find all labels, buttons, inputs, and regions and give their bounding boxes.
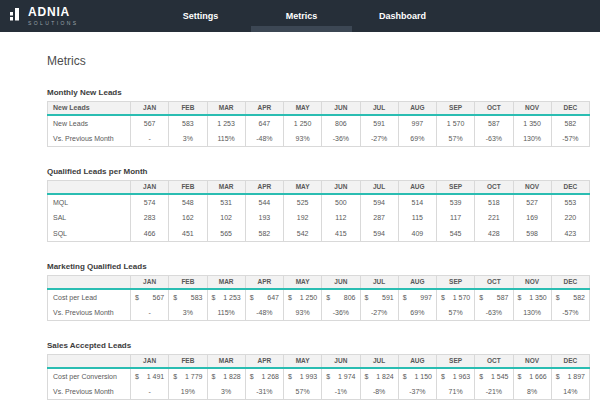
row-label-cell: SAL xyxy=(48,210,131,226)
data-cell: 102 xyxy=(207,210,245,226)
month-header-cell: APR xyxy=(245,276,283,289)
data-cell: 539 xyxy=(437,194,475,210)
tab-settings[interactable]: Settings xyxy=(150,0,251,32)
currency-value: 1 897 xyxy=(567,373,585,380)
row-label-cell: Vs. Previous Month xyxy=(48,131,131,147)
data-cell: 582 xyxy=(551,115,589,131)
data-cell: $1 491 xyxy=(131,368,169,384)
month-header-cell: FEB xyxy=(169,355,207,368)
data-cell: - xyxy=(131,131,169,147)
month-header-cell: FEB xyxy=(169,276,207,289)
data-cell: $1 779 xyxy=(169,368,207,384)
currency-value: 1 570 xyxy=(453,294,471,301)
content-area: Metrics Monthly New Leads New LeadsJANFE… xyxy=(0,54,600,400)
currency-symbol: $ xyxy=(212,294,216,301)
data-cell: 583 xyxy=(169,115,207,131)
data-cell: 518 xyxy=(475,194,513,210)
currency-value: 1 491 xyxy=(147,373,165,380)
data-cell: -36% xyxy=(322,131,360,147)
data-cell: 587 xyxy=(475,115,513,131)
data-cell: $806 xyxy=(322,289,360,305)
month-header-cell: FEB xyxy=(169,181,207,194)
data-cell: 283 xyxy=(131,210,169,226)
month-header-cell: JUN xyxy=(322,355,360,368)
month-header-cell: MAY xyxy=(284,276,322,289)
data-cell: 130% xyxy=(513,305,551,321)
table-row: Cost per Lead$567$583$1 253$647$1 250$80… xyxy=(48,289,590,305)
month-header-cell: MAR xyxy=(207,355,245,368)
currency-symbol: $ xyxy=(288,294,292,301)
data-cell: -57% xyxy=(551,305,589,321)
sales-accepted-leads-table: JANFEBMARAPRMAYJUNJULAUGSEPOCTNOVDEC Cos… xyxy=(47,354,590,400)
data-cell: 565 xyxy=(207,226,245,242)
data-cell: $587 xyxy=(475,289,513,305)
currency-symbol: $ xyxy=(365,294,369,301)
qualified-leads-table: JANFEBMARAPRMAYJUNJULAUGSEPOCTNOVDEC MQL… xyxy=(47,180,590,242)
data-cell: $997 xyxy=(398,289,436,305)
tab-dashboard-label: Dashboard xyxy=(379,11,426,21)
data-cell: 71% xyxy=(437,384,475,400)
month-header-cell: DEC xyxy=(551,276,589,289)
data-cell: 3% xyxy=(169,305,207,321)
data-cell: 545 xyxy=(437,226,475,242)
data-cell: $1 828 xyxy=(207,368,245,384)
data-cell: $1 897 xyxy=(551,368,589,384)
data-cell: 514 xyxy=(398,194,436,210)
data-cell: $582 xyxy=(551,289,589,305)
table-corner-cell xyxy=(48,355,131,368)
data-cell: 1 350 xyxy=(513,115,551,131)
data-cell: 221 xyxy=(475,210,513,226)
brand-name: ADNIA xyxy=(28,6,79,18)
data-cell: -37% xyxy=(398,384,436,400)
data-cell: 598 xyxy=(513,226,551,242)
data-cell: -36% xyxy=(322,305,360,321)
data-cell: $1 570 xyxy=(437,289,475,305)
currency-value: 997 xyxy=(420,294,432,301)
data-cell: $567 xyxy=(131,289,169,305)
currency-symbol: $ xyxy=(365,373,369,380)
data-cell: 1 570 xyxy=(437,115,475,131)
currency-value: 1 963 xyxy=(453,373,471,380)
data-cell: 1 250 xyxy=(284,115,322,131)
month-header-cell: SEP xyxy=(437,102,475,115)
currency-symbol: $ xyxy=(518,294,522,301)
month-header-cell: SEP xyxy=(437,276,475,289)
month-header-cell: OCT xyxy=(475,355,513,368)
currency-symbol: $ xyxy=(288,373,292,380)
data-cell: 500 xyxy=(322,194,360,210)
currency-symbol: $ xyxy=(326,294,330,301)
nav-tabs: Settings Metrics Dashboard xyxy=(150,0,453,32)
table-corner-cell xyxy=(48,276,131,289)
data-cell: 115% xyxy=(207,131,245,147)
data-cell: 14% xyxy=(551,384,589,400)
table-header-row: JANFEBMARAPRMAYJUNJULAUGSEPOCTNOVDEC xyxy=(48,181,590,194)
month-header-cell: APR xyxy=(245,181,283,194)
row-label-cell: Cost per Conversion xyxy=(48,368,131,384)
month-header-cell: OCT xyxy=(475,102,513,115)
currency-symbol: $ xyxy=(135,294,139,301)
month-header-cell: JUN xyxy=(322,102,360,115)
month-header-cell: JAN xyxy=(131,276,169,289)
month-header-cell: MAY xyxy=(284,102,322,115)
data-cell: 567 xyxy=(131,115,169,131)
data-cell: $583 xyxy=(169,289,207,305)
month-header-cell: JUL xyxy=(360,181,398,194)
bar-chart-icon xyxy=(9,6,23,26)
table-row: New Leads5675831 2536471 2508065919971 5… xyxy=(48,115,590,131)
data-cell: 57% xyxy=(284,384,322,400)
month-header-cell: AUG xyxy=(398,276,436,289)
data-cell: $1 350 xyxy=(513,289,551,305)
active-tab-indicator xyxy=(251,26,352,32)
tab-metrics[interactable]: Metrics xyxy=(251,0,352,32)
currency-symbol: $ xyxy=(556,373,560,380)
currency-value: 806 xyxy=(344,294,356,301)
currency-symbol: $ xyxy=(326,373,330,380)
month-header-cell: JUL xyxy=(360,355,398,368)
data-cell: 93% xyxy=(284,305,322,321)
tab-dashboard[interactable]: Dashboard xyxy=(352,0,453,32)
month-header-cell: APR xyxy=(245,355,283,368)
data-cell: 193 xyxy=(245,210,283,226)
data-cell: 220 xyxy=(551,210,589,226)
row-label-cell: New Leads xyxy=(48,115,131,131)
table-row: Vs. Previous Month-3%115%-48%93%-36%-27%… xyxy=(48,305,590,321)
